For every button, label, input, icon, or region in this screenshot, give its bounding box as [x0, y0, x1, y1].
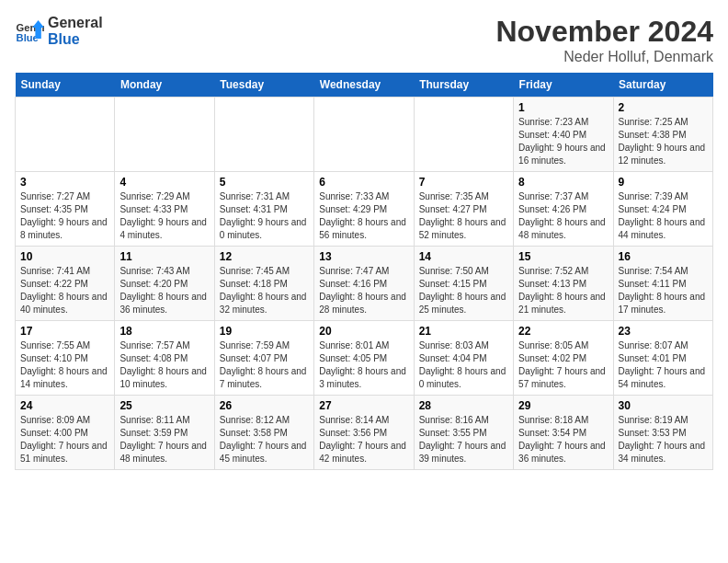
day-detail: Sunrise: 7:55 AM Sunset: 4:10 PM Dayligh… [20, 339, 109, 391]
calendar-day-cell: 10Sunrise: 7:41 AM Sunset: 4:22 PM Dayli… [16, 247, 115, 321]
day-number: 18 [119, 325, 209, 338]
header-day-sunday: Sunday [16, 73, 115, 98]
calendar-day-cell: 24Sunrise: 8:09 AM Sunset: 4:00 PM Dayli… [16, 396, 115, 470]
day-detail: Sunrise: 7:25 AM Sunset: 4:38 PM Dayligh… [619, 116, 708, 167]
calendar-day-cell: 21Sunrise: 8:03 AM Sunset: 4:04 PM Dayli… [414, 321, 513, 396]
day-number: 2 [619, 101, 708, 114]
calendar-week-row: 24Sunrise: 8:09 AM Sunset: 4:00 PM Dayli… [16, 396, 713, 470]
day-detail: Sunrise: 7:57 AM Sunset: 4:08 PM Dayligh… [119, 339, 209, 391]
calendar-day-cell: 28Sunrise: 8:16 AM Sunset: 3:55 PM Dayli… [414, 396, 513, 470]
empty-day-cell [314, 98, 414, 172]
calendar-day-cell: 14Sunrise: 7:50 AM Sunset: 4:15 PM Dayli… [414, 247, 513, 321]
header: General Blue GeneralBlue November 2024 N… [15, 15, 713, 65]
day-detail: Sunrise: 7:52 AM Sunset: 4:13 PM Dayligh… [518, 265, 608, 316]
header-day-wednesday: Wednesday [314, 73, 414, 98]
calendar-day-cell: 26Sunrise: 8:12 AM Sunset: 3:58 PM Dayli… [214, 396, 313, 470]
day-number: 21 [419, 325, 508, 338]
day-detail: Sunrise: 7:50 AM Sunset: 4:15 PM Dayligh… [419, 265, 508, 316]
calendar-day-cell: 18Sunrise: 7:57 AM Sunset: 4:08 PM Dayli… [115, 321, 214, 396]
empty-day-cell [414, 98, 513, 172]
calendar-day-cell: 22Sunrise: 8:05 AM Sunset: 4:02 PM Dayli… [514, 321, 613, 396]
calendar-week-row: 1Sunrise: 7:23 AM Sunset: 4:40 PM Daylig… [16, 98, 713, 172]
day-number: 28 [419, 399, 508, 412]
day-detail: Sunrise: 8:12 AM Sunset: 3:58 PM Dayligh… [220, 414, 309, 465]
calendar-day-cell: 1Sunrise: 7:23 AM Sunset: 4:40 PM Daylig… [514, 98, 613, 172]
day-detail: Sunrise: 7:23 AM Sunset: 4:40 PM Dayligh… [518, 116, 608, 167]
day-number: 29 [518, 399, 608, 412]
calendar-day-cell: 23Sunrise: 8:07 AM Sunset: 4:01 PM Dayli… [613, 321, 712, 396]
empty-day-cell [214, 98, 313, 172]
calendar-day-cell: 25Sunrise: 8:11 AM Sunset: 3:59 PM Dayli… [115, 396, 214, 470]
calendar-day-cell: 19Sunrise: 7:59 AM Sunset: 4:07 PM Dayli… [214, 321, 313, 396]
calendar-day-cell: 7Sunrise: 7:35 AM Sunset: 4:27 PM Daylig… [414, 172, 513, 247]
day-detail: Sunrise: 7:29 AM Sunset: 4:33 PM Dayligh… [119, 190, 209, 242]
header-day-friday: Friday [514, 73, 613, 98]
calendar-day-cell: 5Sunrise: 7:31 AM Sunset: 4:31 PM Daylig… [214, 172, 313, 247]
day-number: 13 [319, 250, 408, 263]
day-detail: Sunrise: 8:11 AM Sunset: 3:59 PM Dayligh… [119, 414, 209, 465]
logo: General Blue GeneralBlue [15, 15, 103, 47]
day-number: 23 [619, 325, 708, 338]
calendar-week-row: 3Sunrise: 7:27 AM Sunset: 4:35 PM Daylig… [16, 172, 713, 247]
day-number: 25 [119, 399, 209, 412]
day-detail: Sunrise: 7:35 AM Sunset: 4:27 PM Dayligh… [419, 190, 508, 242]
day-number: 27 [319, 399, 408, 412]
day-number: 3 [20, 176, 109, 189]
day-detail: Sunrise: 8:19 AM Sunset: 3:53 PM Dayligh… [619, 414, 708, 465]
day-number: 15 [518, 250, 608, 263]
day-detail: Sunrise: 8:18 AM Sunset: 3:54 PM Dayligh… [518, 414, 608, 465]
calendar-week-row: 10Sunrise: 7:41 AM Sunset: 4:22 PM Dayli… [16, 247, 713, 321]
day-number: 7 [419, 176, 508, 189]
header-day-monday: Monday [115, 73, 214, 98]
calendar-day-cell: 12Sunrise: 7:45 AM Sunset: 4:18 PM Dayli… [214, 247, 313, 321]
day-detail: Sunrise: 7:45 AM Sunset: 4:18 PM Dayligh… [220, 265, 309, 316]
day-number: 10 [20, 250, 109, 263]
calendar-day-cell: 17Sunrise: 7:55 AM Sunset: 4:10 PM Dayli… [16, 321, 115, 396]
day-number: 17 [20, 325, 109, 338]
day-number: 11 [119, 250, 209, 263]
calendar-table: SundayMondayTuesdayWednesdayThursdayFrid… [15, 73, 713, 470]
day-detail: Sunrise: 8:16 AM Sunset: 3:55 PM Dayligh… [419, 414, 508, 465]
page-title: November 2024 [495, 15, 713, 49]
svg-text:Blue: Blue [17, 32, 39, 43]
calendar-header-row: SundayMondayTuesdayWednesdayThursdayFrid… [16, 73, 713, 98]
day-number: 16 [619, 250, 708, 263]
logo-icon: General Blue [15, 17, 44, 46]
day-number: 4 [119, 176, 209, 189]
calendar-day-cell: 16Sunrise: 7:54 AM Sunset: 4:11 PM Dayli… [613, 247, 712, 321]
calendar-day-cell: 30Sunrise: 8:19 AM Sunset: 3:53 PM Dayli… [613, 396, 712, 470]
day-detail: Sunrise: 8:07 AM Sunset: 4:01 PM Dayligh… [619, 339, 708, 391]
day-number: 1 [518, 101, 608, 114]
header-day-tuesday: Tuesday [214, 73, 313, 98]
calendar-day-cell: 8Sunrise: 7:37 AM Sunset: 4:26 PM Daylig… [514, 172, 613, 247]
empty-day-cell [16, 98, 115, 172]
empty-day-cell [115, 98, 214, 172]
day-detail: Sunrise: 8:05 AM Sunset: 4:02 PM Dayligh… [518, 339, 608, 391]
day-detail: Sunrise: 7:59 AM Sunset: 4:07 PM Dayligh… [220, 339, 309, 391]
calendar-day-cell: 2Sunrise: 7:25 AM Sunset: 4:38 PM Daylig… [613, 98, 712, 172]
day-detail: Sunrise: 7:27 AM Sunset: 4:35 PM Dayligh… [20, 190, 109, 242]
title-area: November 2024 Neder Holluf, Denmark [495, 15, 713, 65]
header-day-saturday: Saturday [613, 73, 712, 98]
calendar-day-cell: 4Sunrise: 7:29 AM Sunset: 4:33 PM Daylig… [115, 172, 214, 247]
day-detail: Sunrise: 7:39 AM Sunset: 4:24 PM Dayligh… [619, 190, 708, 242]
day-number: 8 [518, 176, 608, 189]
calendar-day-cell: 27Sunrise: 8:14 AM Sunset: 3:56 PM Dayli… [314, 396, 414, 470]
calendar-day-cell: 11Sunrise: 7:43 AM Sunset: 4:20 PM Dayli… [115, 247, 214, 321]
day-number: 19 [220, 325, 309, 338]
day-number: 24 [20, 399, 109, 412]
day-number: 22 [518, 325, 608, 338]
logo-text: GeneralBlue [48, 15, 103, 47]
day-number: 26 [220, 399, 309, 412]
day-detail: Sunrise: 8:09 AM Sunset: 4:00 PM Dayligh… [20, 414, 109, 465]
calendar-day-cell: 6Sunrise: 7:33 AM Sunset: 4:29 PM Daylig… [314, 172, 414, 247]
day-number: 9 [619, 176, 708, 189]
calendar-day-cell: 15Sunrise: 7:52 AM Sunset: 4:13 PM Dayli… [514, 247, 613, 321]
day-detail: Sunrise: 7:47 AM Sunset: 4:16 PM Dayligh… [319, 265, 408, 316]
day-detail: Sunrise: 7:43 AM Sunset: 4:20 PM Dayligh… [119, 265, 209, 316]
day-detail: Sunrise: 8:03 AM Sunset: 4:04 PM Dayligh… [419, 339, 508, 391]
calendar-week-row: 17Sunrise: 7:55 AM Sunset: 4:10 PM Dayli… [16, 321, 713, 396]
day-number: 30 [619, 399, 708, 412]
page-subtitle: Neder Holluf, Denmark [495, 49, 713, 65]
day-detail: Sunrise: 7:54 AM Sunset: 4:11 PM Dayligh… [619, 265, 708, 316]
